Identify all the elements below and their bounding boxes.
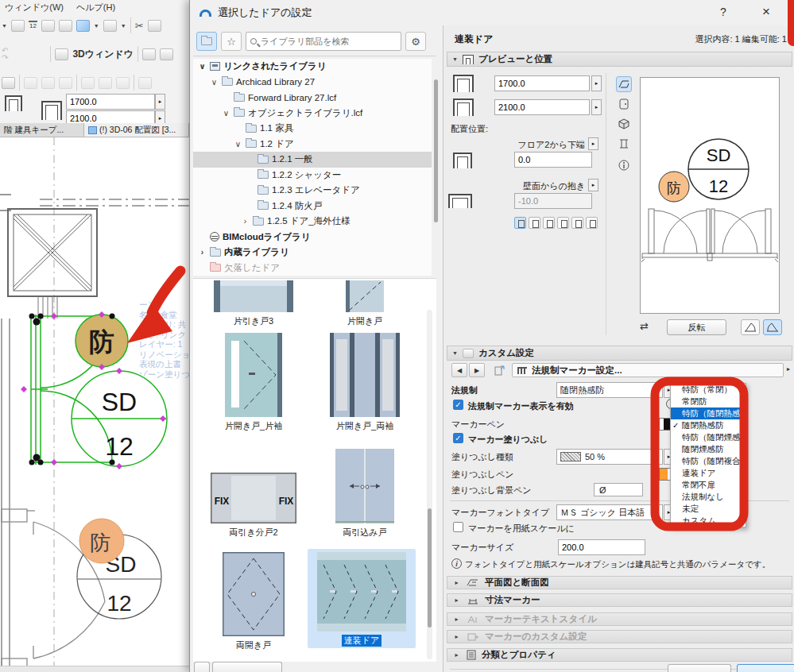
height-field[interactable] bbox=[494, 99, 590, 115]
menu-item-11[interactable]: カスタム bbox=[671, 515, 746, 527]
floor-plan-canvas[interactable]: 防 SD 12 bbox=[0, 137, 189, 666]
width-field[interactable] bbox=[494, 75, 590, 91]
expand-icon[interactable]: › bbox=[198, 248, 207, 257]
tree-item-missing-doors[interactable]: 欠落したドア bbox=[193, 261, 432, 276]
thumb-rensou-door-selected[interactable]: 連装ドア bbox=[308, 549, 416, 648]
sill-field[interactable] bbox=[514, 152, 592, 168]
reveal-spin[interactable]: ▸ bbox=[588, 179, 598, 191]
flip-button[interactable]: 反転 bbox=[667, 319, 726, 335]
menu-item-2-highlighted[interactable]: 特防（随閉熱感） bbox=[671, 407, 746, 419]
height-spin[interactable]: ▸ bbox=[591, 99, 602, 115]
home-icon[interactable] bbox=[116, 77, 130, 89]
door-width-spin[interactable]: ▸ bbox=[155, 94, 165, 110]
width-spin[interactable]: ▸ bbox=[591, 75, 602, 91]
camera-icon[interactable] bbox=[138, 77, 152, 89]
font-type-combo[interactable]: ＭＳ ゴシック 日本語 bbox=[556, 504, 663, 520]
expand-icon[interactable]: › bbox=[241, 217, 250, 226]
tree-item-doors-overseas[interactable]: › 1.2.5 ドア_海外仕様 bbox=[193, 214, 432, 230]
view-cube-icon[interactable] bbox=[142, 48, 156, 60]
floor-anchor-label[interactable]: フロア2から下端 bbox=[475, 139, 585, 151]
paper-scale-checkbox[interactable] bbox=[453, 522, 463, 532]
preview-elevation-icon[interactable] bbox=[616, 96, 632, 112]
redo-icon[interactable]: ↷ bbox=[2, 54, 8, 61]
cancel-button-fragment[interactable] bbox=[668, 664, 731, 672]
axe-tool-icon[interactable] bbox=[148, 20, 161, 32]
expand-icon[interactable]: ∨ bbox=[210, 78, 219, 87]
regulation-combo[interactable]: 随閉熱感防 bbox=[556, 382, 663, 398]
swing-left-button[interactable] bbox=[741, 319, 760, 335]
section-marker-text-style[interactable]: ▸ マーカーテキストスタイル bbox=[447, 612, 792, 626]
tree-scrollbar[interactable] bbox=[433, 59, 439, 275]
thumb-ryo-hiki-wake-do-2[interactable]: FIX FIX 両引き分戸2 bbox=[199, 455, 308, 539]
tree-item-archicad-library[interactable]: ∨ Archicad Library 27 bbox=[193, 75, 432, 91]
tree-item-embedded-library[interactable]: › 内蔵ライブラリ bbox=[193, 245, 432, 261]
prev-page-button[interactable]: ◀ bbox=[451, 363, 467, 377]
dimension-tool-icon[interactable]: 12 bbox=[29, 21, 37, 30]
thumb-kata-hiki-do-3[interactable]: 片引き戸3 bbox=[199, 280, 308, 327]
swing-right-button[interactable] bbox=[763, 319, 782, 335]
thumb-kata-biraki-ryoso[interactable]: 片開き戸_両袖 bbox=[311, 333, 419, 432]
expand-icon[interactable]: ∨ bbox=[198, 62, 207, 71]
mirror-icon[interactable]: ⇄ bbox=[640, 320, 649, 332]
circle-caret-icon[interactable]: ▼ bbox=[121, 23, 126, 29]
preview-info-icon[interactable] bbox=[616, 157, 632, 173]
reveal-field[interactable] bbox=[514, 193, 592, 209]
expand-icon[interactable]: ∨ bbox=[234, 140, 242, 149]
fill-caret-icon[interactable]: ▼ bbox=[94, 23, 99, 29]
tree-item-forward-library[interactable]: Forward Library 27.lcf bbox=[193, 90, 432, 106]
menu-item-1[interactable]: 常閉防 bbox=[671, 396, 746, 407]
fit-view-icon[interactable] bbox=[41, 20, 55, 32]
door-preview[interactable]: SD 12 防 bbox=[640, 77, 780, 314]
section-dimension-marker[interactable]: ▸ 寸法マーカー bbox=[447, 593, 792, 607]
menu-item-8[interactable]: 常閉不扉 bbox=[671, 479, 746, 491]
floor-anchor-spin[interactable]: ▸ bbox=[588, 137, 598, 150]
circle-tool-icon[interactable] bbox=[103, 20, 117, 32]
fill-bg-pen-button[interactable]: Ø bbox=[594, 483, 643, 496]
page-next-icon[interactable]: ▸ bbox=[787, 365, 790, 373]
tab-keynote-plan[interactable]: 階 建具キープ... bbox=[0, 123, 84, 137]
tree-item-furniture[interactable]: 1.1 家具 bbox=[193, 121, 432, 137]
marker-fill-label[interactable]: マーカー塗りつぶし bbox=[468, 434, 548, 446]
thumb-ryo-biraki-do[interactable]: 両開き戸 bbox=[199, 552, 308, 651]
anchor-option-1[interactable] bbox=[514, 217, 526, 229]
menu-item-0[interactable]: 特防（常閉） bbox=[671, 384, 746, 396]
tree-item-elevator-doors[interactable]: 1.2.3 エレベータドア bbox=[193, 183, 432, 199]
door-tool-icon[interactable] bbox=[5, 95, 22, 111]
reveal-label[interactable]: 壁面からの抱き bbox=[475, 180, 585, 192]
tree-item-shutters[interactable]: 1.2.2 シャッター bbox=[193, 168, 432, 183]
tree-item-doors-general[interactable]: 1.2.1 一般 bbox=[193, 152, 432, 168]
preview-3d-icon[interactable] bbox=[616, 116, 632, 132]
expand-icon[interactable]: ∨ bbox=[222, 109, 230, 118]
preview-plan-icon[interactable] bbox=[616, 76, 632, 92]
tree-scroll-thumb[interactable] bbox=[434, 79, 438, 222]
anchor-option-2[interactable] bbox=[529, 217, 540, 229]
marker-size-field[interactable] bbox=[558, 539, 645, 555]
search-input[interactable] bbox=[261, 37, 388, 46]
favorites-button[interactable]: ☆ bbox=[221, 32, 242, 51]
section-custom-settings[interactable]: ▼ カスタム設定 bbox=[447, 346, 792, 361]
tree-item-linked-libraries[interactable]: ∨ リンクされたライブラリ bbox=[193, 59, 432, 75]
anchor-option-6[interactable] bbox=[586, 217, 598, 229]
menu-item-6[interactable]: 特防（随閉複合） bbox=[671, 455, 746, 467]
tree-item-doors[interactable]: ∨ 1.2 ドア bbox=[193, 137, 432, 153]
anchor-option-5[interactable] bbox=[571, 217, 583, 229]
folder-view-button[interactable] bbox=[196, 32, 217, 51]
bottom-favorite-button[interactable] bbox=[212, 662, 282, 672]
section-marker-custom-settings[interactable]: ▸ マーカーのカスタム設定 bbox=[447, 630, 792, 643]
preview-section-icon[interactable] bbox=[616, 136, 632, 152]
menu-item-9[interactable]: 法規制なし bbox=[671, 491, 746, 503]
3d-window-label[interactable]: 3Dウィンドウ bbox=[72, 48, 134, 61]
section-preview-position[interactable]: ▼ プレビューと位置 bbox=[447, 52, 792, 67]
tab-3d-layout[interactable]: (!) 3D-06 配置図 [3... bbox=[84, 123, 189, 137]
menu-item-7[interactable]: 連装ドア bbox=[671, 467, 746, 479]
anchor-option-4[interactable] bbox=[557, 217, 569, 229]
paper-scale-label[interactable]: マーカーを用紙スケールに bbox=[468, 523, 575, 535]
view-cube-2-icon[interactable] bbox=[160, 48, 173, 60]
door-width-field[interactable] bbox=[66, 94, 155, 110]
library-search-box[interactable] bbox=[246, 32, 401, 51]
library-settings-button[interactable]: ⚙ bbox=[405, 32, 426, 51]
menu-item-4[interactable]: 特防（随閉煙感） bbox=[671, 431, 746, 443]
marker-tool-icon[interactable] bbox=[11, 20, 25, 32]
next-page-button[interactable]: ▶ bbox=[469, 363, 485, 377]
transfer-settings-icon[interactable] bbox=[491, 363, 507, 377]
